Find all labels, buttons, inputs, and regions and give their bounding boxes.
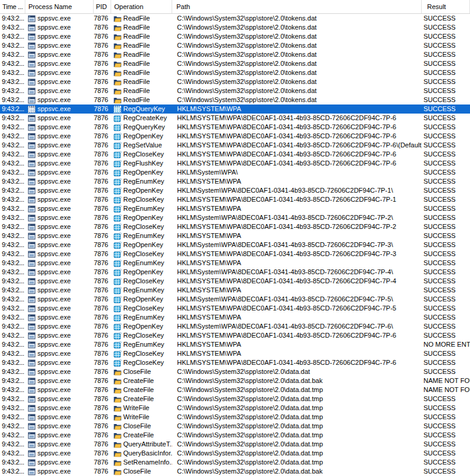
table-row[interactable]: 9:43:2...sppsvc.exe7876CreateFileC:\Wind… (0, 431, 470, 440)
table-row[interactable]: 9:43:2...sppsvc.exe7876RegEnumKeyHKLM\SY… (0, 204, 470, 213)
cell-path: C:\Windows\System32\spp\store\2.0\data.d… (172, 449, 422, 458)
cell-time: 9:43:2... (0, 231, 25, 240)
cell-time: 9:43:2... (0, 304, 25, 313)
table-row[interactable]: 9:43:2...sppsvc.exe7876SetRenameInfo...C… (0, 458, 470, 467)
table-row[interactable]: 9:43:2...sppsvc.exe7876ReadFileC:\Window… (0, 32, 470, 41)
table-row[interactable]: 9:43:2...sppsvc.exe7876QueryBasicInfor..… (0, 449, 470, 458)
table-row[interactable]: 9:43:2...sppsvc.exe7876CreateFileC:\Wind… (0, 376, 470, 385)
table-row[interactable]: 9:43:2...sppsvc.exe7876CreateFileC:\Wind… (0, 385, 470, 394)
cell-time: 9:43:2... (0, 313, 25, 322)
cell-pid: 7876 (94, 86, 111, 95)
column-header-operation[interactable]: Operation (111, 0, 172, 13)
table-row[interactable]: 9:43:2...sppsvc.exe7876RegEnumKeyHKLM\SY… (0, 313, 470, 322)
table-row[interactable]: 9:43:2...sppsvc.exe7876WriteFileC:\Windo… (0, 404, 470, 413)
table-row[interactable]: 9:43:2...sppsvc.exe7876ReadFileC:\Window… (0, 14, 470, 23)
table-row[interactable]: 9:43:2...sppsvc.exe7876RegEnumKeyHKLM\SY… (0, 286, 470, 295)
registry-key-icon (114, 269, 121, 276)
app-window-icon (28, 314, 36, 321)
cell-pid: 7876 (94, 59, 111, 68)
table-row[interactable]: 9:43:2...sppsvc.exe7876RegOpenKeyHKLM\Sy… (0, 295, 470, 304)
column-header-path[interactable]: Path (172, 0, 422, 13)
cell-operation: CreateFile (111, 394, 172, 404)
column-header-result[interactable]: Result (422, 0, 470, 13)
table-row[interactable]: 9:43:2...sppsvc.exe7876RegCloseKeyHKLM\S… (0, 358, 470, 367)
cell-time: 9:43:2... (0, 50, 25, 59)
table-row[interactable]: 9:43:2...sppsvc.exe7876RegOpenKeyHKLM\Sy… (0, 213, 470, 222)
table-row[interactable]: 9:43:2...sppsvc.exe7876RegCloseKeyHKLM\S… (0, 150, 470, 159)
table-row[interactable]: 9:43:2...sppsvc.exe7876RegFlushKeyHKLM\S… (0, 159, 470, 168)
cell-process-name: sppsvc.exe (25, 295, 94, 304)
event-rows: 9:43:2...sppsvc.exe7876ReadFileC:\Window… (0, 14, 470, 476)
cell-path: HKLM\System\WPA\8DEC0AF1-0341-4b93-85CD-… (172, 186, 422, 195)
table-row[interactable]: 9:43:2...sppsvc.exe7876ReadFileC:\Window… (0, 86, 470, 95)
cell-process-name: sppsvc.exe (25, 376, 94, 385)
registry-key-icon (114, 242, 121, 249)
cell-path: C:\Windows\System32\spp\store\2.0\tokens… (172, 77, 422, 86)
folder-icon (114, 450, 121, 457)
table-row[interactable]: 9:43:2...sppsvc.exe7876ReadFileC:\Window… (0, 41, 470, 50)
app-window-icon (28, 269, 36, 276)
cell-result: SUCCESS (422, 268, 470, 277)
registry-key-icon (114, 359, 121, 367)
table-row[interactable]: 9:43:2...sppsvc.exe7876RegCloseKeyHKLM\S… (0, 331, 470, 340)
app-window-icon (28, 251, 36, 258)
table-row[interactable]: 9:43:2...sppsvc.exe7876RegQueryKeyHKLM\S… (0, 105, 470, 114)
cell-operation: RegQueryKey (111, 105, 172, 114)
table-row[interactable]: 9:43:2...sppsvc.exe7876RegEnumKeyHKLM\SY… (0, 231, 470, 240)
table-row[interactable]: 9:43:2...sppsvc.exe7876ReadFileC:\Window… (0, 95, 470, 105)
table-row[interactable]: 9:43:2...sppsvc.exe7876ReadFileC:\Window… (0, 68, 470, 77)
cell-process-name: sppsvc.exe (25, 404, 94, 413)
table-row[interactable]: 9:43:2...sppsvc.exe7876RegOpenKeyHKLM\Sy… (0, 322, 470, 331)
table-row[interactable]: 9:43:2...sppsvc.exe7876RegOpenKeyHKLM\Sy… (0, 186, 470, 195)
table-row[interactable]: 9:43:2...sppsvc.exe7876RegCloseKeyHKLM\S… (0, 249, 470, 259)
table-row[interactable]: 9:43:2...sppsvc.exe7876RegEnumKeyHKLM\SY… (0, 259, 470, 268)
table-row[interactable]: 9:43:2...sppsvc.exe7876RegCreateKeyHKLM\… (0, 114, 470, 123)
cell-time: 9:43:2... (0, 177, 25, 186)
table-row[interactable]: 9:43:2...sppsvc.exe7876RegOpenKeyHKLM\Sy… (0, 240, 470, 249)
table-row[interactable]: 9:43:2...sppsvc.exe7876ReadFileC:\Window… (0, 23, 470, 32)
cell-result: SUCCESS (422, 195, 470, 204)
cell-time: 9:43:2... (0, 413, 25, 422)
table-row[interactable]: 9:43:2...sppsvc.exe7876RegOpenKeyHKLM\SY… (0, 132, 470, 141)
column-header-pid[interactable]: PID (94, 0, 111, 13)
cell-time: 9:43:2... (0, 68, 25, 77)
cell-pid: 7876 (94, 322, 111, 331)
table-row[interactable]: 9:43:2...sppsvc.exe7876RegEnumKeyHKLM\SY… (0, 177, 470, 186)
column-header-process-name[interactable]: Process Name (25, 0, 94, 13)
table-row[interactable]: 9:43:2...sppsvc.exe7876RegCloseKeyHKLM\S… (0, 222, 470, 231)
table-row[interactable]: 9:43:2...sppsvc.exe7876RegCloseKeyHKLM\S… (0, 195, 470, 204)
registry-key-icon (114, 151, 121, 158)
table-row[interactable]: 9:43:2...sppsvc.exe7876RegOpenKeyHKLM\Sy… (0, 168, 470, 177)
table-row[interactable]: 9:43:2...sppsvc.exe7876RegSetValueHKLM\S… (0, 141, 470, 150)
cell-operation: RegCloseKey (111, 195, 172, 204)
cell-path: HKLM\System\WPA\8DEC0AF1-0341-4b93-85CD-… (172, 213, 422, 222)
table-row[interactable]: 9:43:2...sppsvc.exe7876ReadFileC:\Window… (0, 59, 470, 68)
table-row[interactable]: 9:43:2...sppsvc.exe7876RegEnumKeyHKLM\SY… (0, 340, 470, 349)
table-row[interactable]: 9:43:2...sppsvc.exe7876ReadFileC:\Window… (0, 77, 470, 86)
table-row[interactable]: 9:43:2...sppsvc.exe7876CloseFileC:\Windo… (0, 367, 470, 376)
table-row[interactable]: 9:43:2...sppsvc.exe7876WriteFileC:\Windo… (0, 413, 470, 422)
registry-key-icon (114, 178, 121, 185)
cell-process-name: sppsvc.exe (25, 231, 94, 240)
table-row[interactable]: 9:43:2...sppsvc.exe7876RegOpenKeyHKLM\Sy… (0, 268, 470, 277)
cell-operation: CloseFile (111, 367, 172, 376)
table-row[interactable]: 9:43:2...sppsvc.exe7876RegQueryKeyHKLM\S… (0, 123, 470, 132)
table-row[interactable]: 9:43:2...sppsvc.exe7876QueryAttributeT..… (0, 440, 470, 449)
cell-path: C:\Windows\System32\spp\store\2.0\tokens… (172, 86, 422, 95)
cell-result: SUCCESS (422, 286, 470, 295)
app-window-icon (28, 405, 36, 412)
cell-process-name: sppsvc.exe (25, 23, 94, 32)
cell-result: NAME NOT FOUND (422, 376, 470, 385)
table-row[interactable]: 9:43:2...sppsvc.exe7876CloseFileC:\Windo… (0, 422, 470, 431)
column-header-time[interactable]: Time ... (0, 0, 25, 13)
table-row[interactable]: 9:43:2...sppsvc.exe7876RegCloseKeyHKLM\S… (0, 304, 470, 313)
table-row[interactable]: 9:43:2...sppsvc.exe7876CreateFileC:\Wind… (0, 394, 470, 404)
cell-result: SUCCESS (422, 114, 470, 123)
cell-pid: 7876 (94, 431, 111, 440)
table-row[interactable]: 9:43:2...sppsvc.exe7876CloseFileC:\Windo… (0, 467, 470, 476)
table-row[interactable]: 9:43:2...sppsvc.exe7876ReadFileC:\Window… (0, 50, 470, 59)
cell-operation: CloseFile (111, 467, 172, 476)
table-row[interactable]: 9:43:2...sppsvc.exe7876RegCloseKeyHKLM\S… (0, 277, 470, 286)
table-row[interactable]: 9:43:2...sppsvc.exe7876RegCloseKeyHKLM\S… (0, 349, 470, 358)
cell-process-name: sppsvc.exe (25, 422, 94, 431)
